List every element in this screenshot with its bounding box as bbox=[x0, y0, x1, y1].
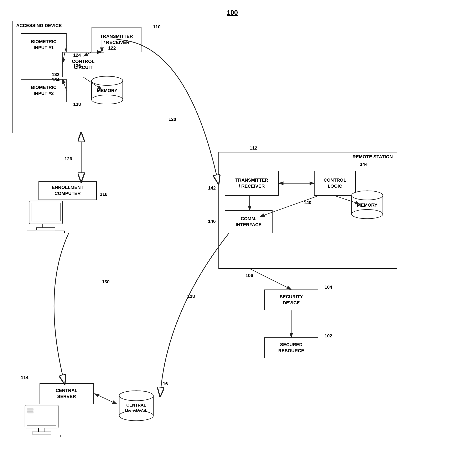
accessing-device-label: ACCESSING DEVICE bbox=[16, 23, 62, 28]
central-database-cylinder: CENTRAL DATABASE bbox=[117, 389, 156, 422]
svg-line-47 bbox=[250, 269, 291, 290]
central-server-illustration bbox=[21, 404, 62, 437]
memory-top-cylinder: MEMORY bbox=[89, 75, 125, 104]
ref-116: 116 bbox=[160, 381, 168, 387]
ref-128: 128 bbox=[187, 294, 195, 299]
ref-130: 130 bbox=[102, 279, 110, 285]
svg-rect-11 bbox=[36, 228, 55, 230]
ref-132: 132 bbox=[52, 72, 60, 77]
svg-point-4 bbox=[92, 95, 123, 104]
ref-120: 120 bbox=[169, 117, 176, 122]
ref-104: 104 bbox=[324, 285, 332, 290]
svg-point-32 bbox=[119, 391, 153, 401]
svg-text:CENTRAL: CENTRAL bbox=[126, 403, 146, 407]
ref-124: 124 bbox=[73, 53, 81, 58]
svg-rect-24 bbox=[38, 428, 45, 432]
transmitter-receiver-top-label: TRANSMITTER/ RECEIVER bbox=[100, 34, 133, 45]
svg-text:MEMORY: MEMORY bbox=[357, 202, 378, 208]
svg-line-46 bbox=[95, 394, 117, 404]
enrollment-computer-illustration bbox=[25, 200, 67, 233]
comm-interface-label: COMM.INTERFACE bbox=[236, 216, 262, 228]
central-server-box: CENTRALSERVER bbox=[39, 383, 94, 404]
enrollment-computer-box: ENROLLMENTCOMPUTER bbox=[38, 181, 97, 200]
remote-station-label: REMOTE STATION bbox=[352, 154, 393, 160]
ref-126: 126 bbox=[65, 156, 72, 162]
svg-rect-25 bbox=[32, 432, 51, 434]
diagram-title: 100 bbox=[227, 9, 238, 17]
secured-resource-box: SECUREDRESOURCE bbox=[264, 337, 318, 358]
svg-rect-22 bbox=[27, 409, 33, 410]
security-device-label: SECURITYDEVICE bbox=[280, 294, 303, 306]
transmitter-receiver-top-box: TRANSMITTER/ RECEIVER bbox=[92, 27, 141, 52]
svg-rect-12 bbox=[27, 231, 65, 233]
biometric1-box: BIOMETRICINPUT #1 bbox=[21, 33, 67, 56]
svg-rect-9 bbox=[31, 203, 60, 221]
svg-rect-10 bbox=[43, 224, 49, 228]
ref-114: 114 bbox=[21, 375, 29, 380]
ref-138: 138 bbox=[73, 102, 81, 107]
biometric2-box: BIOMETRICINPUT #2 bbox=[21, 79, 67, 102]
ref-146: 146 bbox=[208, 219, 216, 224]
ref-122: 122 bbox=[108, 45, 116, 51]
diagram: 100 ACCESSING DEVICE TRANSMITTER/ RECEIV… bbox=[0, 0, 476, 473]
svg-text:MEMORY: MEMORY bbox=[97, 88, 118, 93]
svg-point-17 bbox=[352, 210, 383, 219]
ref-136: 136 bbox=[73, 63, 81, 69]
ref-110: 110 bbox=[153, 24, 161, 30]
enrollment-computer-label: ENROLLMENTCOMPUTER bbox=[52, 184, 84, 196]
svg-rect-23 bbox=[27, 412, 33, 413]
ref-106: 106 bbox=[245, 273, 253, 278]
ref-102: 102 bbox=[324, 333, 332, 339]
svg-text:DATABASE: DATABASE bbox=[125, 408, 148, 412]
ref-140: 140 bbox=[304, 200, 311, 205]
memory-remote-cylinder: MEMORY bbox=[350, 190, 385, 219]
ref-144: 144 bbox=[360, 162, 368, 167]
biometric2-label: BIOMETRICINPUT #2 bbox=[31, 85, 56, 96]
svg-point-5 bbox=[92, 76, 123, 85]
control-logic-label: CONTROLLOGIC bbox=[324, 177, 346, 189]
biometric1-label: BIOMETRICINPUT #1 bbox=[31, 39, 56, 51]
comm-interface-box: COMM.INTERFACE bbox=[225, 210, 272, 233]
ref-112: 112 bbox=[250, 146, 257, 151]
central-server-label: CENTRALSERVER bbox=[55, 388, 77, 400]
ref-134: 134 bbox=[52, 77, 60, 82]
ref-142: 142 bbox=[208, 185, 216, 191]
control-circuit-box: CONTROLCIRCUIT bbox=[62, 52, 104, 77]
transmitter-receiver-remote-box: TRANSMITTER/ RECEIVER bbox=[225, 171, 279, 196]
svg-rect-26 bbox=[23, 435, 60, 437]
security-device-box: SECURITYDEVICE bbox=[264, 290, 318, 310]
ref-118: 118 bbox=[100, 192, 108, 197]
transmitter-receiver-remote-label: TRANSMITTER/ RECEIVER bbox=[235, 177, 268, 189]
secured-resource-label: SECUREDRESOURCE bbox=[278, 342, 304, 354]
svg-point-18 bbox=[352, 191, 383, 200]
